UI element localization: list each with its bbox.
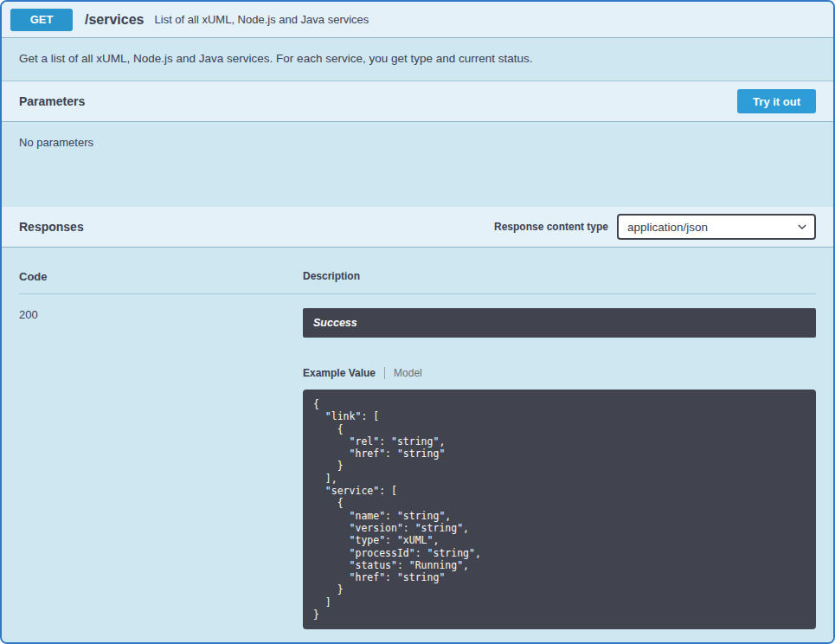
response-content-type-group: Response content type application/json [494, 214, 816, 240]
operation-block-get-services: GET /services List of all xUML, Node.js … [0, 0, 835, 644]
parameters-title: Parameters [19, 94, 85, 108]
response-content-type-select-wrap: application/json [617, 214, 816, 240]
endpoint-path[interactable]: /services [85, 12, 145, 28]
parameters-header: Parameters Try it out [2, 81, 833, 122]
response-code: 200 [19, 308, 303, 629]
endpoint-summary: List of all xUML, Node.js and Java servi… [155, 13, 369, 26]
responses-header: Responses Response content type applicat… [2, 207, 833, 248]
example-value-panel: { "link": [ { "rel": "string", "href": "… [303, 390, 816, 629]
responses-table: Code Description 200 Success Example Val… [19, 258, 816, 629]
no-parameters-message: No parameters [19, 136, 93, 149]
responses-body: Code Description 200 Success Example Val… [2, 248, 833, 644]
code-column-header: Code [19, 270, 303, 283]
operation-summary-bar[interactable]: GET /services List of all xUML, Node.js … [2, 2, 833, 38]
responses-table-header: Code Description [19, 258, 816, 294]
tab-divider [384, 367, 385, 379]
response-content-type-select[interactable]: application/json [617, 214, 816, 240]
response-row-200: 200 Success Example Value Model { "link"… [19, 294, 816, 629]
example-json-code: { "link": [ { "rel": "string", "href": "… [313, 398, 806, 621]
description-column-header: Description [303, 270, 816, 283]
response-status-label: Success [313, 317, 357, 329]
try-it-out-button[interactable]: Try it out [737, 89, 816, 113]
response-description-cell: Success Example Value Model { "link": [ … [303, 308, 816, 629]
response-content-type-label: Response content type [494, 221, 608, 233]
responses-title: Responses [19, 220, 84, 234]
response-status-bar: Success [303, 308, 816, 338]
parameters-body: No parameters [2, 122, 833, 207]
example-model-tabs: Example Value Model [303, 367, 816, 379]
tab-model[interactable]: Model [394, 367, 422, 379]
tab-example-value[interactable]: Example Value [303, 367, 376, 379]
method-badge[interactable]: GET [10, 9, 73, 31]
operation-description: Get a list of all xUML, Node.js and Java… [2, 38, 833, 81]
